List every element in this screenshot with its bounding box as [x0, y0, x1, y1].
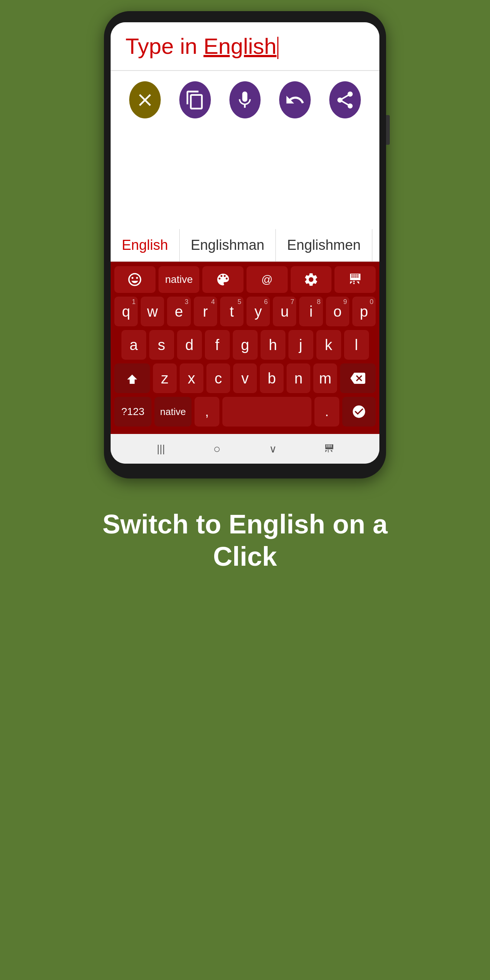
keyboard-row-2: a s d f g h j k l	[115, 330, 375, 360]
typed-text: Type in English	[126, 33, 278, 59]
copy-button[interactable]	[179, 81, 211, 118]
native-key[interactable]: native	[159, 266, 200, 293]
key-k[interactable]: k	[316, 330, 341, 360]
text-cursor	[277, 37, 278, 59]
num-hint-0: 0	[370, 298, 374, 306]
keyboard-icon	[347, 272, 363, 287]
keyboard: native @	[111, 262, 379, 434]
phone-screen: Type in English	[111, 22, 379, 464]
key-u[interactable]: 7u	[273, 297, 296, 326]
num-hint-7: 7	[290, 298, 294, 306]
key-f[interactable]: f	[205, 330, 230, 360]
key-s[interactable]: s	[149, 330, 174, 360]
undo-icon	[285, 90, 305, 110]
shift-icon	[125, 371, 140, 386]
num-hint-4: 4	[211, 298, 215, 306]
settings-key[interactable]	[291, 266, 332, 293]
key-e[interactable]: 3e	[167, 297, 191, 326]
suggestion-englishman[interactable]: Englishman	[180, 229, 276, 261]
suggestion-eng[interactable]: Eng	[372, 229, 379, 261]
key-x[interactable]: x	[180, 363, 204, 393]
key-d[interactable]: d	[177, 330, 202, 360]
highlighted-word: English	[204, 34, 277, 59]
ad-area	[111, 129, 379, 229]
text-input-area[interactable]: Type in English	[111, 22, 379, 71]
done-icon	[352, 404, 366, 419]
suggestion-englishmen[interactable]: Englishmen	[276, 229, 372, 261]
comma-key[interactable]: ,	[194, 397, 220, 426]
key-c[interactable]: c	[207, 363, 230, 393]
emoji-icon	[127, 272, 143, 287]
space-key[interactable]	[222, 397, 312, 426]
nav-home-button[interactable]: ○	[208, 439, 226, 458]
num-hint-8: 8	[317, 298, 321, 306]
nav-back-icon: |||	[157, 443, 165, 455]
key-p[interactable]: 0p	[352, 297, 375, 326]
key-t[interactable]: 5t	[220, 297, 243, 326]
key-i[interactable]: 8i	[299, 297, 323, 326]
backspace-icon	[350, 371, 365, 386]
shift-key[interactable]	[115, 363, 150, 393]
settings-icon	[303, 272, 319, 287]
caption-line2: Click	[213, 542, 277, 571]
share-icon	[335, 90, 355, 110]
num-hint-9: 9	[344, 298, 347, 306]
key-j[interactable]: j	[288, 330, 313, 360]
key-a[interactable]: a	[121, 330, 146, 360]
key-y[interactable]: 6y	[247, 297, 270, 326]
key-g[interactable]: g	[233, 330, 258, 360]
key-o[interactable]: 9o	[326, 297, 349, 326]
keyboard-row-1: 1q w 3e 4r 5t 6y 7u 8i	[115, 297, 375, 326]
suggestion-english[interactable]: English	[111, 229, 180, 261]
bottom-caption: Switch to English on a Click	[73, 508, 417, 573]
num-switch-key[interactable]: ?123	[115, 397, 151, 426]
emoji-key[interactable]	[115, 266, 156, 293]
special-row: native @	[115, 266, 375, 293]
at-symbol: @	[261, 273, 272, 286]
key-l[interactable]: l	[344, 330, 369, 360]
num-hint-1: 1	[132, 298, 135, 306]
keyboard-hide-key[interactable]	[334, 266, 375, 293]
at-key[interactable]: @	[247, 266, 288, 293]
mic-button[interactable]	[229, 81, 261, 118]
period-key[interactable]: .	[314, 397, 339, 426]
keyboard-bottom-row: ?123 native , .	[115, 397, 375, 426]
copy-icon	[185, 90, 205, 110]
nav-keyboard-icon	[323, 443, 335, 455]
native-bottom-key[interactable]: native	[154, 397, 191, 426]
toolbar	[111, 71, 379, 129]
undo-button[interactable]	[279, 81, 311, 118]
phone-frame: Type in English	[104, 11, 386, 479]
done-key[interactable]	[342, 397, 375, 426]
backspace-key[interactable]	[340, 363, 375, 393]
key-n[interactable]: n	[286, 363, 310, 393]
key-b[interactable]: b	[260, 363, 283, 393]
nav-back-button[interactable]: |||	[152, 439, 170, 458]
nav-home-icon: ○	[213, 442, 221, 456]
num-hint-5: 5	[237, 298, 241, 306]
mic-icon	[235, 90, 255, 110]
delete-button[interactable]	[129, 81, 161, 118]
nav-recents-button[interactable]: ∨	[264, 439, 283, 458]
key-w[interactable]: w	[141, 297, 164, 326]
num-hint-3: 3	[185, 298, 189, 306]
nav-recents-icon: ∨	[269, 443, 277, 455]
delete-icon	[135, 90, 155, 110]
palette-icon	[215, 272, 231, 287]
side-button	[386, 115, 390, 145]
share-button[interactable]	[329, 81, 361, 118]
suggestions-bar: English Englishman Englishmen Eng	[111, 229, 379, 262]
key-m[interactable]: m	[313, 363, 337, 393]
key-v[interactable]: v	[233, 363, 257, 393]
caption-line1: Switch to English on a	[102, 509, 388, 539]
key-q[interactable]: 1q	[115, 297, 138, 326]
key-r[interactable]: 4r	[194, 297, 217, 326]
key-h[interactable]: h	[261, 330, 285, 360]
num-hint-6: 6	[264, 298, 268, 306]
key-z[interactable]: z	[153, 363, 177, 393]
android-nav-bar: ||| ○ ∨	[111, 434, 379, 464]
palette-key[interactable]	[202, 266, 243, 293]
keyboard-row-3: z x c v b n m	[115, 363, 375, 393]
nav-keyboard-button[interactable]	[320, 439, 339, 458]
